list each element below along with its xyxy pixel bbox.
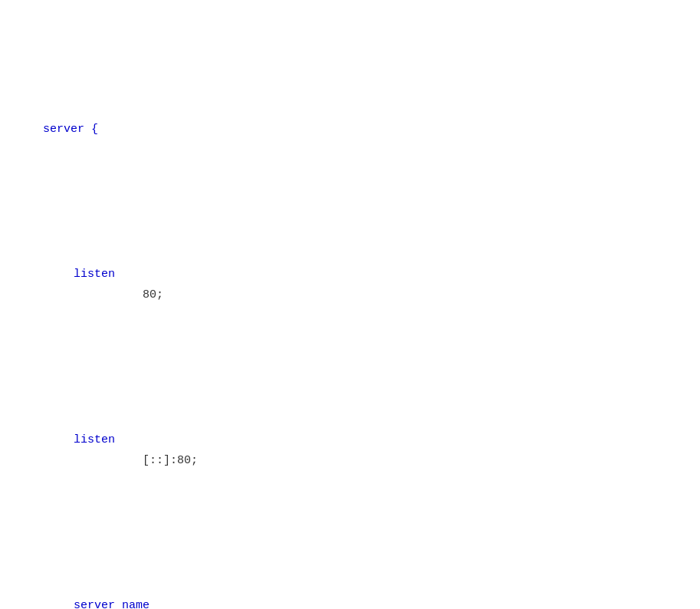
listen1-key: listen	[74, 268, 115, 281]
server-name-key: server_name	[74, 599, 150, 609]
listen2-line: listen [::]:80;	[15, 409, 685, 492]
server-keyword: server {	[43, 123, 98, 136]
code-container: server { listen 80; listen [::]:80; serv…	[0, 8, 700, 609]
listen1-line: listen 80;	[15, 243, 685, 326]
listen2-key: listen	[74, 433, 115, 446]
server-name-line: server_name 你的域名;	[15, 574, 685, 609]
server-open-line: server {	[15, 98, 685, 160]
listen2-val: [::]:80;	[74, 454, 198, 467]
listen1-val: 80;	[74, 288, 163, 301]
